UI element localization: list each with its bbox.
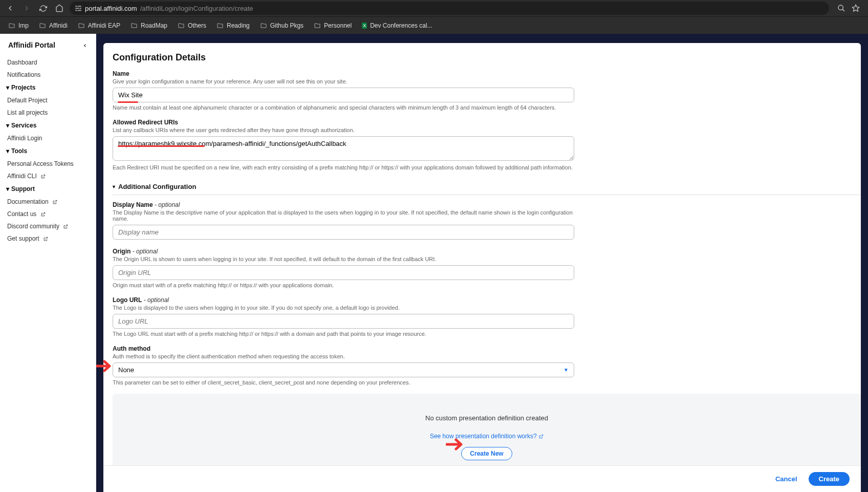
reload-button[interactable] [37,2,49,14]
sidebar-heading-projects[interactable]: ▾Projects [0,81,96,94]
external-link-icon [63,224,68,229]
logo-help: The Logo URL must start with of a prefix… [113,331,574,337]
redirect-help: Each Redirect URI must be specified on a… [113,164,574,170]
display-name-input[interactable] [113,225,574,240]
origin-input[interactable] [113,265,574,280]
sidebar-collapse-icon[interactable] [82,41,88,49]
url-domain: portal.affinidi.com [85,5,137,12]
logo-desc: The Logo is displayed to the users when … [113,305,574,311]
back-button[interactable] [4,2,16,14]
redirect-label: Allowed Redirect URIs [113,119,574,126]
sidebar: Affinidi Portal Dashboard Notifications … [0,34,96,492]
bookmark-personnel[interactable]: Personnel [310,20,356,31]
sidebar-heading-services[interactable]: ▾Services [0,119,96,132]
chevron-down-icon: ▼ [563,367,569,373]
svg-rect-5 [78,10,81,11]
svg-line-7 [842,9,844,11]
bookmark-reading[interactable]: Reading [212,20,254,31]
name-help: Name must contain at least one alphanume… [113,104,574,111]
bookmark-bar: Imp Affinidi Affinidi EAP RoadMap Others… [0,16,868,34]
sidebar-item-affinidi-login[interactable]: Affinidi Login [0,132,96,144]
main-area: Configuration Details Name Give your log… [96,34,868,492]
name-input[interactable] [113,88,574,102]
svg-rect-1 [78,6,81,7]
sidebar-item-tokens[interactable]: Personal Access Tokens [0,158,96,170]
svg-marker-8 [852,5,859,12]
auth-select[interactable]: None ▼ [113,362,574,377]
auth-help: This parameter can be set to either of c… [113,379,574,386]
sidebar-heading-support[interactable]: ▾Support [0,182,96,196]
browser-toolbar: portal.affinidi.com/affinidiLogin/loginC… [0,0,868,16]
url-bar[interactable]: portal.affinidi.com/affinidiLogin/loginC… [70,2,829,15]
logo-input[interactable] [113,314,574,329]
name-desc: Give your login configuration a name for… [113,78,574,84]
display-name-desc: The Display Name is the descriptive name… [113,209,574,222]
presentation-definition-box: No custom presentation definition create… [113,394,861,465]
svg-rect-3 [79,8,81,9]
annotation-underline [118,101,138,103]
sidebar-item-default-project[interactable]: Default Project [0,94,96,106]
star-icon[interactable] [852,4,860,13]
auth-desc: Auth method is to specify the client aut… [113,353,574,359]
external-link-icon [43,237,48,242]
bookmark-affinidi[interactable]: Affinidi [35,20,72,31]
auth-label: Auth method [113,345,574,352]
sidebar-item-dashboard[interactable]: Dashboard [0,56,96,69]
origin-desc: The Origin URL is shown to users when lo… [113,256,574,262]
bookmark-others[interactable]: Others [173,20,210,31]
sidebar-item-cli[interactable]: Affinidi CLI [0,170,96,182]
external-link-icon [538,434,544,439]
create-new-button[interactable]: Create New [461,447,512,460]
logo-label: Logo URL - optional [113,296,574,304]
sidebar-item-notifications[interactable]: Notifications [0,69,96,81]
bookmark-roadmap[interactable]: RoadMap [126,20,171,31]
bookmark-github-pkgs[interactable]: Github Pkgs [256,20,308,31]
redirect-textarea[interactable] [113,136,574,161]
svg-point-6 [838,5,843,10]
site-settings-icon [75,5,82,12]
svg-rect-2 [75,8,79,9]
display-name-label: Display Name - optional [113,201,574,208]
annotation-arrow [96,359,115,373]
additional-config-toggle[interactable]: ▾Additional Configuration [113,179,861,195]
footer-actions: Cancel Create [103,465,861,492]
sidebar-item-discord[interactable]: Discord community [0,220,96,232]
bookmark-affinidi-eap[interactable]: Affinidi EAP [74,20,124,31]
cancel-button[interactable]: Cancel [770,472,802,486]
sidebar-item-docs[interactable]: Documentation [0,196,96,208]
url-path: /affinidiLogin/loginConfiguration/create [140,5,253,12]
external-link-icon [40,174,46,179]
bookmark-imp[interactable]: Imp [4,20,33,31]
forward-button[interactable] [20,2,33,14]
origin-label: Origin - optional [113,248,574,255]
svg-rect-4 [75,10,77,11]
page-title: Configuration Details [113,52,574,63]
bookmark-dev-conferences[interactable]: XDev Conferences cal... [358,20,436,31]
create-button[interactable]: Create [809,472,850,486]
zoom-icon[interactable] [837,4,845,13]
origin-help: Origin must start with of a prefix match… [113,282,574,288]
sidebar-title: Affinidi Portal [8,41,55,49]
sidebar-item-list-projects[interactable]: List all projects [0,106,96,119]
home-button[interactable] [53,2,66,14]
pd-empty-msg: No custom presentation definition create… [123,414,851,422]
svg-rect-0 [75,6,77,7]
sidebar-item-get-support[interactable]: Get support [0,232,96,245]
sidebar-item-contact[interactable]: Contact us [0,208,96,220]
redirect-desc: List any callback URIs where the user ge… [113,127,574,133]
pd-help-link[interactable]: See how presentation definition works? [430,433,544,440]
external-link-icon [52,200,57,205]
name-label: Name [113,70,574,77]
annotation-underline [118,145,205,147]
sidebar-heading-tools[interactable]: ▾Tools [0,144,96,158]
external-link-icon [40,212,46,217]
